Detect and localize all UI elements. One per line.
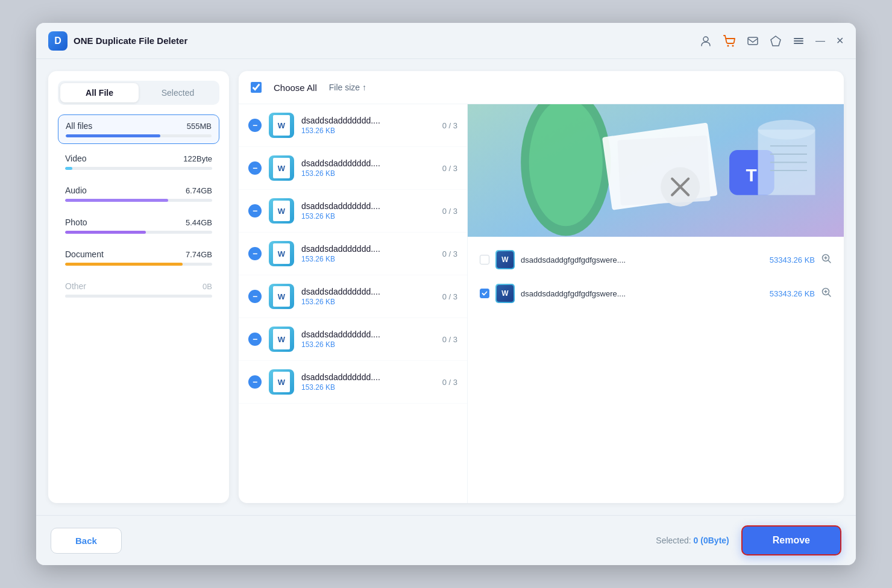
svg-rect-3 [748,37,758,45]
category-size-video: 122Byte [183,154,212,163]
category-name-video: Video [65,154,87,163]
file-item[interactable]: − W dsaddsdaddddddd.... 153.26 KB 0 / 3 [239,233,467,275]
category-item-photo[interactable]: Photo 5.44GB [58,211,219,240]
file-size-1: 153.26 KB [301,169,435,178]
file-size-0: 153.26 KB [301,127,435,135]
title-bar-left: D ONE Duplicate File Deleter [48,31,187,51]
bottom-right: Selected: 0 (0Byte) Remove [656,525,841,555]
category-item-other[interactable]: Other 0B [58,275,219,304]
back-button[interactable]: Back [51,528,122,554]
tab-selected[interactable]: Selected [139,83,217,102]
file-minus-btn-5[interactable]: − [248,333,262,346]
progress-bar-bg-all-files [66,134,212,137]
file-icon-4: W [269,284,294,309]
file-item[interactable]: − W dsaddsdaddddddd.... 153.26 KB 0 / 3 [239,147,467,190]
progress-bar-fill-document [65,263,183,266]
progress-bar-fill-audio [65,199,168,202]
preview-file-icon-2: W [495,284,515,303]
file-icon-1: W [269,155,294,181]
category-item-audio[interactable]: Audio 6.74GB [58,180,219,208]
file-icon-3: W [269,241,294,266]
progress-bar-bg-other [65,295,212,298]
svg-marker-4 [771,36,780,46]
file-count-6: 0 / 3 [442,378,457,387]
file-count-1: 0 / 3 [442,164,457,173]
zoom-icon-2[interactable] [821,287,832,300]
category-name-document: Document [65,249,104,259]
svg-text:T: T [746,165,757,185]
file-size-sort[interactable]: File size ↑ [329,83,366,92]
preview-file-name-2: dsaddsdaddgfgdfgdfgswere.... [521,289,764,298]
preview-file-icon-1: W [495,250,515,269]
category-size-audio: 6.74GB [186,186,212,195]
file-minus-btn-1[interactable]: − [248,161,262,175]
preview-file-checkbox-1[interactable] [480,255,489,264]
mail-icon[interactable] [747,35,759,47]
progress-bar-bg-audio [65,199,212,202]
file-count-3: 0 / 3 [442,249,457,258]
left-panel: All File Selected All files 555MB Video … [48,71,229,503]
category-item-document[interactable]: Document 7.74GB [58,243,219,272]
selected-count: 0 (0Byte) [694,536,729,545]
choose-all-checkbox[interactable] [251,82,262,93]
preview-file-size-2: 53343.26 KB [770,289,815,298]
file-size-2: 153.26 KB [301,212,435,220]
file-icon-0: W [269,113,294,138]
remove-button[interactable]: Remove [741,525,841,555]
file-icon-6: W [269,369,294,395]
file-size-4: 153.26 KB [301,298,435,306]
menu-icon[interactable] [793,35,805,47]
cart-icon[interactable] [723,34,736,48]
file-list: − W dsaddsdaddddddd.... 153.26 KB 0 / 3 … [239,104,468,503]
choose-all-label: Choose All [274,83,317,93]
file-size-5: 153.26 KB [301,340,435,349]
category-item-video[interactable]: Video 122Byte [58,148,219,176]
file-item[interactable]: − W dsaddsdaddddddd.... 153.26 KB 0 / 3 [239,318,467,361]
file-size-3: 153.26 KB [301,255,435,263]
bottom-bar: Back Selected: 0 (0Byte) Remove [36,515,856,565]
tab-all-file[interactable]: All File [60,83,139,102]
progress-bar-bg-video [65,167,212,170]
tab-row: All File Selected [58,81,219,105]
preview-file-item-1[interactable]: W dsaddsdaddgfgdfgdfgswere.... 53343.26 … [475,244,837,275]
svg-rect-5 [794,38,803,39]
file-count-4: 0 / 3 [442,292,457,301]
file-minus-btn-3[interactable]: − [248,247,262,260]
file-minus-btn-0[interactable]: − [248,119,262,132]
user-icon[interactable] [700,35,712,47]
file-name-2: dsaddsdaddddddd.... [301,201,435,211]
app-logo: D [48,31,68,51]
minimize-icon[interactable]: — [815,36,825,46]
category-item-all-files[interactable]: All files 555MB [58,114,219,144]
category-name-photo: Photo [65,217,87,227]
file-item[interactable]: − W dsaddsdaddddddd.... 153.26 KB 0 / 3 [239,104,467,147]
file-name-6: dsaddsdaddddddd.... [301,372,435,382]
preview-file-item-2[interactable]: W dsaddsdaddgfgdfgdfgswere.... 53343.26 … [475,278,837,309]
file-item[interactable]: − W dsaddsdaddddddd.... 153.26 KB 0 / 3 [239,275,467,318]
svg-line-25 [829,261,831,263]
right-panel: Choose All File size ↑ − W dsad [239,71,844,503]
file-minus-btn-4[interactable]: − [248,290,262,303]
svg-rect-6 [794,40,803,42]
close-icon[interactable]: ✕ [836,35,844,46]
preview-file-checkbox-2[interactable] [480,289,489,298]
file-icon-2: W [269,198,294,224]
diamond-icon[interactable] [770,35,782,47]
right-panel-header: Choose All File size ↑ [239,71,844,104]
file-minus-btn-6[interactable]: − [248,375,262,389]
preview-files-list: W dsaddsdaddgfgdfgdfgswere.... 53343.26 … [468,237,844,503]
main-content: All File Selected All files 555MB Video … [36,59,856,515]
file-item[interactable]: − W dsaddsdaddddddd.... 153.26 KB 0 / 3 [239,361,467,404]
file-name-0: dsaddsdaddddddd.... [301,116,435,125]
file-minus-btn-2[interactable]: − [248,204,262,217]
file-item[interactable]: − W dsaddsdaddddddd.... 153.26 KB 0 / 3 [239,190,467,233]
progress-bar-fill-video [65,167,72,170]
file-name-5: dsaddsdaddddddd.... [301,330,435,339]
svg-point-1 [727,45,729,46]
preview-file-name-1: dsaddsdaddgfgdfgdfgswere.... [521,255,764,264]
zoom-icon-1[interactable] [821,253,832,266]
category-size-all-files: 555MB [187,122,212,131]
category-name-all-files: All files [66,121,92,131]
svg-point-0 [703,37,708,42]
split-content: − W dsaddsdaddddddd.... 153.26 KB 0 / 3 … [239,104,844,503]
